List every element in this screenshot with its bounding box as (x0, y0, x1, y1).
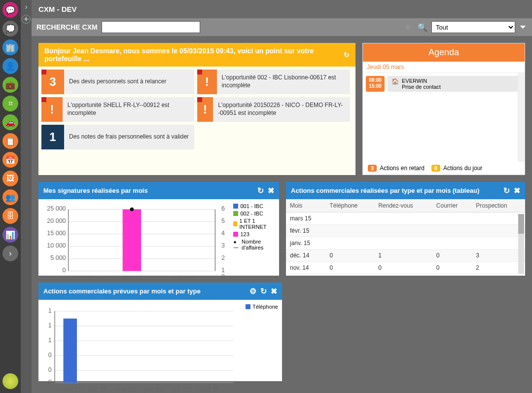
table-row[interactable]: mars 15 (286, 213, 525, 225)
signatures-chart: 25 000 20 000 15 000 10 000 5 000 0 (42, 203, 227, 289)
clear-icon[interactable]: ⊗ (405, 23, 411, 31)
svg-text:juin 15: juin 15 (144, 386, 163, 393)
add-icon[interactable]: + (22, 15, 31, 24)
alert-text: L'opportunité 002 - IBC Lisbonne-00617 e… (222, 74, 346, 89)
col-header[interactable]: Rendez-vous (374, 199, 432, 213)
search-icon[interactable]: 🔍 (418, 23, 427, 32)
alert-text: L'opportunité SHELL FR-LY--00912 est inc… (68, 102, 190, 117)
col-header[interactable]: Téléphone (326, 199, 375, 213)
nav-logo-icon[interactable] (2, 373, 18, 389)
table-row[interactable]: nov. 140002 (286, 262, 525, 274)
alert-badge-value: ! (205, 75, 209, 89)
svg-text:déc. 14: déc. 14 (122, 275, 142, 282)
nav-more-icon[interactable]: › (2, 246, 18, 261)
col-header[interactable]: Prospection (472, 199, 525, 213)
alert-card[interactable]: 3 Des devis personnels sont à relancer (41, 70, 194, 94)
alert-card[interactable]: ! L'opportunité SHELL FR-LY--00912 est i… (41, 97, 194, 122)
svg-text:20 000: 20 000 (47, 217, 66, 224)
alert-badge-value: 1 (49, 130, 56, 144)
svg-text:1: 1 (48, 322, 52, 329)
svg-text:1: 1 (48, 307, 52, 314)
nav-car-icon[interactable]: 🚗 (2, 114, 18, 130)
today-count: 0 (431, 165, 440, 172)
alert-text: Des devis personnels sont à relancer (69, 78, 166, 86)
table-row[interactable]: févr. 15 (286, 225, 525, 237)
svg-text:0: 0 (48, 379, 52, 386)
alert-badge-value: ! (50, 103, 54, 116)
alert-badge-value: 3 (49, 75, 56, 89)
col-header[interactable]: Courrier (432, 199, 472, 213)
nav-stats-icon[interactable]: 📊 (2, 227, 18, 243)
welcome-greeting: Bonjour Jean Desmare, nous sommes le 05/… (44, 47, 344, 63)
col-header[interactable]: Mois (286, 199, 326, 213)
nav-comment-icon[interactable]: 💭 (2, 21, 18, 36)
table-row[interactable]: déc. 140103 (286, 250, 525, 262)
page-title: CXM - DEV (32, 0, 532, 18)
nav-calculator-icon[interactable]: ⌗ (2, 96, 18, 111)
search-label: RECHERCHE CXM (36, 23, 98, 31)
svg-text:0: 0 (221, 273, 225, 280)
scrollbar[interactable] (518, 73, 525, 162)
alert-card[interactable]: ! L'opportunité 20150226 - NICO - DEMO F… (197, 97, 350, 122)
refresh-icon[interactable]: ↻ (257, 186, 264, 195)
expand-chevron-icon[interactable]: › (25, 3, 28, 11)
svg-text:4: 4 (221, 230, 225, 237)
table-row[interactable]: janv. 15 (286, 237, 525, 250)
alert-card[interactable]: 1 Des notes de frais personnelles sont à… (41, 125, 194, 149)
search-filter-select[interactable]: Tout (431, 21, 515, 33)
nav-chat-icon[interactable]: 💬 (2, 2, 18, 18)
svg-text:15 000: 15 000 (47, 230, 66, 237)
nav-calendar-icon[interactable]: 📅 (2, 152, 18, 168)
svg-rect-14 (123, 210, 142, 271)
alert-badge-value: ! (203, 103, 207, 116)
svg-text:mai 15: mai 15 (116, 386, 135, 393)
agenda-client: EVERWIN (402, 78, 441, 84)
nav-drawer-icon[interactable]: 🗄 (2, 208, 18, 224)
alert-text: Des notes de frais personnelles sont à v… (69, 133, 189, 141)
alert-text: L'opportunité 20150226 - NICO - DEMO FR-… (218, 102, 346, 117)
refresh-icon[interactable]: ↻ (503, 186, 510, 195)
nav-rail: 💬 💭 🏢 👤 💼 ⌗ 🚗 📋 📅 🖼 👥 🗄 📊 › (0, 0, 21, 393)
svg-text:5: 5 (221, 217, 225, 224)
nav-clipboard-icon[interactable]: 📋 (2, 133, 18, 149)
svg-text:6: 6 (221, 205, 225, 212)
agenda-desc: Prise de contact (402, 84, 441, 90)
search-bar: RECHERCHE CXM ⊗ 🔍 Tout ⏷ (32, 18, 532, 36)
alerts-container: 3 Des devis personnels sont à relancer !… (38, 67, 355, 175)
nav-image-icon[interactable]: 🖼 (2, 171, 18, 186)
scrollbar[interactable] (518, 214, 524, 274)
actions-chart: 1 1 1 0 0 0 mars 15 (42, 304, 240, 393)
actions-table: Mois Téléphone Rendez-vous Courrier Pros… (286, 199, 525, 274)
nav-building-icon[interactable]: 🏢 (2, 39, 18, 55)
expand-strip: › + (21, 0, 32, 393)
nav-group-icon[interactable]: 👥 (2, 189, 18, 205)
svg-text:août 15: août 15 (199, 386, 219, 393)
svg-rect-39 (64, 319, 77, 383)
actions-table-panel: Actions commerciales réalisées par type … (286, 182, 525, 276)
close-icon[interactable]: ✖ (514, 186, 520, 195)
svg-text:3: 3 (221, 242, 225, 249)
agenda-panel: Agenda Jeudi 05 mars 08:0015:00 🏠 EVERWI… (362, 43, 525, 175)
svg-text:oct. 14: oct. 14 (82, 275, 101, 282)
svg-text:1: 1 (48, 337, 52, 344)
close-icon[interactable]: ✖ (268, 186, 274, 195)
agenda-date: Jeudi 05 mars (363, 62, 525, 73)
signatures-panel: Mes signatures réalisées par mois ↻ ✖ 25… (38, 182, 279, 276)
today-label: Actions du jour (443, 165, 482, 172)
search-input[interactable] (102, 21, 200, 33)
svg-text:mars 15: mars 15 (173, 275, 195, 282)
svg-point-15 (130, 208, 134, 212)
svg-text:avr. 15: avr. 15 (89, 386, 107, 393)
chart-legend: Téléphone (246, 304, 278, 393)
welcome-panel: Bonjour Jean Desmare, nous sommes le 05/… (38, 43, 355, 175)
alert-card[interactable]: ! L'opportunité 002 - IBC Lisbonne-00617… (197, 70, 350, 94)
main-area: CXM - DEV RECHERCHE CXM ⊗ 🔍 Tout ⏷ Bonjo… (32, 0, 532, 393)
svg-text:5 000: 5 000 (50, 254, 66, 261)
svg-text:0: 0 (48, 366, 52, 373)
nav-user-icon[interactable]: 👤 (2, 58, 18, 74)
nav-briefcase-icon[interactable]: 💼 (2, 77, 18, 93)
refresh-icon[interactable]: ↻ (344, 51, 350, 59)
filter-icon[interactable]: ⏷ (519, 23, 527, 32)
agenda-item[interactable]: 08:0015:00 🏠 EVERWIN Prise de contact (366, 76, 522, 92)
actions-chart-panel: Actions commerciales prévues par mois et… (38, 283, 282, 381)
